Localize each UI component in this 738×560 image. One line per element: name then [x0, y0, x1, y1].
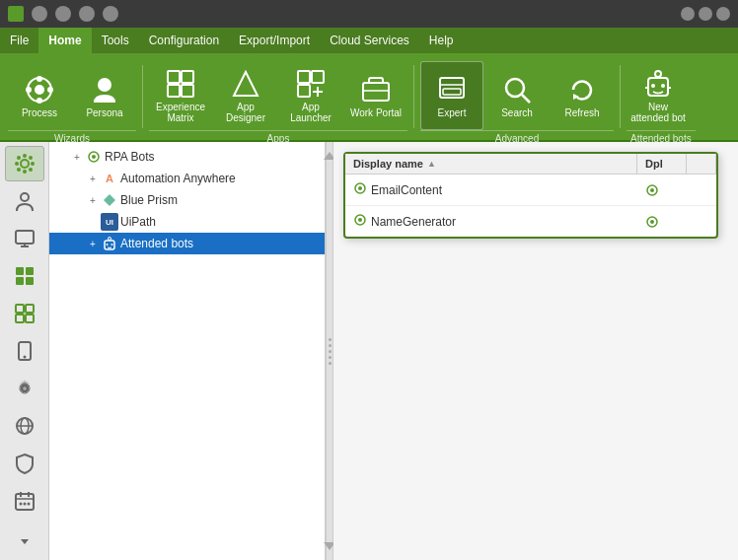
- app-launcher-button[interactable]: App Launcher: [279, 61, 342, 130]
- tree-item-blue-prism[interactable]: + Blue Prism: [49, 189, 325, 211]
- content-panel: Display name ▲ Dpl EmailCo: [333, 142, 738, 560]
- tree-item-attended-bots[interactable]: + Attended bots: [49, 233, 325, 254]
- svg-point-73: [109, 238, 111, 241]
- splitter-dot-1: [329, 338, 332, 341]
- persona-label: Persona: [86, 107, 122, 118]
- nav-star-button[interactable]: [5, 146, 44, 181]
- svg-point-37: [17, 156, 21, 160]
- app-launcher-icon: [295, 68, 327, 100]
- svg-point-2: [37, 76, 42, 82]
- menu-home[interactable]: Home: [38, 28, 91, 53]
- svg-point-26: [655, 71, 661, 77]
- svg-point-39: [17, 168, 21, 172]
- new-attended-bot-label: New attended bot: [629, 102, 687, 123]
- menu-tools[interactable]: Tools: [92, 28, 139, 53]
- col-header-dpl[interactable]: Dpl: [637, 154, 687, 174]
- work-portal-label: Work Portal: [350, 107, 402, 118]
- grid-cell-email-name: EmailContent: [345, 178, 637, 201]
- toolbar-section-advanced: Expert Search Refresh: [420, 57, 614, 144]
- aa-icon: A: [101, 170, 118, 187]
- svg-point-54: [23, 356, 26, 359]
- title-icon-2: [32, 6, 47, 22]
- nav-screen-button[interactable]: [5, 221, 44, 256]
- svg-rect-51: [16, 315, 24, 322]
- aa-expander: +: [85, 171, 101, 186]
- bp-label: Blue Prism: [120, 193, 178, 207]
- menu-help[interactable]: Help: [419, 28, 464, 53]
- sidebar-icons: [0, 142, 49, 560]
- menu-cloud-services[interactable]: Cloud Services: [320, 28, 419, 53]
- svg-point-34: [23, 170, 27, 174]
- svg-rect-47: [16, 277, 24, 285]
- experience-matrix-button[interactable]: Experience Matrix: [149, 61, 212, 130]
- nav-grid-button[interactable]: [5, 296, 44, 331]
- rpa-bots-icon: [85, 148, 103, 166]
- attended-bots-icon: [101, 235, 118, 252]
- svg-rect-10: [182, 85, 193, 97]
- work-portal-button[interactable]: Work Portal: [344, 61, 407, 130]
- svg-point-32: [21, 160, 29, 168]
- persona-icon: [89, 74, 120, 105]
- svg-point-75: [107, 244, 109, 245]
- vertical-splitter[interactable]: [326, 142, 333, 560]
- nav-shield-button[interactable]: [5, 446, 44, 481]
- persona-button[interactable]: Persona: [73, 61, 136, 130]
- process-button[interactable]: Process: [8, 61, 71, 130]
- aa-label: Automation Anywhere: [120, 172, 236, 185]
- tree-item-automation-anywhere[interactable]: + A Automation Anywhere: [49, 168, 325, 189]
- close-button[interactable]: [716, 7, 730, 21]
- separator-3: [620, 65, 621, 128]
- svg-point-76: [111, 244, 113, 245]
- tree-item-uipath[interactable]: UI UiPath: [49, 211, 325, 233]
- nav-calendar-button[interactable]: [5, 483, 44, 519]
- refresh-button[interactable]: Refresh: [551, 61, 614, 130]
- title-bar: [0, 0, 738, 28]
- menu-file[interactable]: File: [0, 28, 38, 53]
- grid-cell-email-dpl: [637, 180, 687, 200]
- svg-rect-45: [16, 267, 24, 275]
- nav-tablet-button[interactable]: [5, 333, 44, 369]
- nav-settings-button[interactable]: [5, 371, 44, 406]
- menu-export-import[interactable]: Export/Import: [229, 28, 320, 53]
- grid-row-email-content[interactable]: EmailContent: [345, 175, 716, 206]
- menu-configuration[interactable]: Configuration: [139, 28, 229, 53]
- svg-rect-7: [168, 71, 180, 83]
- email-content-icon: [353, 181, 367, 198]
- nav-person-button[interactable]: [5, 183, 44, 219]
- expert-button[interactable]: Expert: [420, 61, 483, 130]
- grid-row-name-generator[interactable]: NameGenerator: [345, 206, 716, 237]
- svg-rect-48: [26, 277, 34, 285]
- svg-point-36: [31, 162, 35, 166]
- svg-point-1: [35, 85, 44, 95]
- app-launcher-label: App Launcher: [282, 102, 339, 123]
- app-designer-button[interactable]: App Designer: [214, 61, 277, 130]
- menu-bar: File Home Tools Configuration Export/Imp…: [0, 28, 738, 53]
- nav-group-button[interactable]: [5, 258, 44, 294]
- bp-expander: +: [85, 192, 101, 208]
- col-header-display-name[interactable]: Display name ▲: [345, 154, 637, 174]
- name-generator-icon: [353, 213, 367, 230]
- svg-point-35: [15, 162, 19, 166]
- tree-item-rpa-bots[interactable]: + RPA Bots: [49, 146, 325, 168]
- separator-2: [413, 65, 414, 128]
- uipath-icon: UI: [101, 213, 118, 231]
- refresh-label: Refresh: [564, 107, 599, 118]
- svg-rect-61: [16, 494, 34, 510]
- svg-rect-52: [26, 315, 34, 322]
- attended-bots-label: Attended bots: [120, 237, 193, 250]
- sidebar-expand-button[interactable]: [5, 526, 44, 556]
- search-button[interactable]: Search: [485, 61, 549, 130]
- sort-arrow: ▲: [427, 159, 436, 169]
- svg-point-40: [29, 168, 33, 172]
- svg-point-80: [650, 188, 654, 192]
- new-attended-bot-button[interactable]: New attended bot: [627, 61, 690, 130]
- title-icon-5: [103, 6, 118, 22]
- bp-icon: [101, 191, 118, 209]
- title-icon-3: [55, 6, 71, 22]
- maximize-button[interactable]: [699, 7, 712, 21]
- minimize-button[interactable]: [681, 7, 695, 21]
- nav-globe-button[interactable]: [5, 408, 44, 444]
- svg-rect-13: [312, 71, 324, 83]
- svg-rect-17: [363, 83, 389, 101]
- svg-point-66: [23, 503, 26, 506]
